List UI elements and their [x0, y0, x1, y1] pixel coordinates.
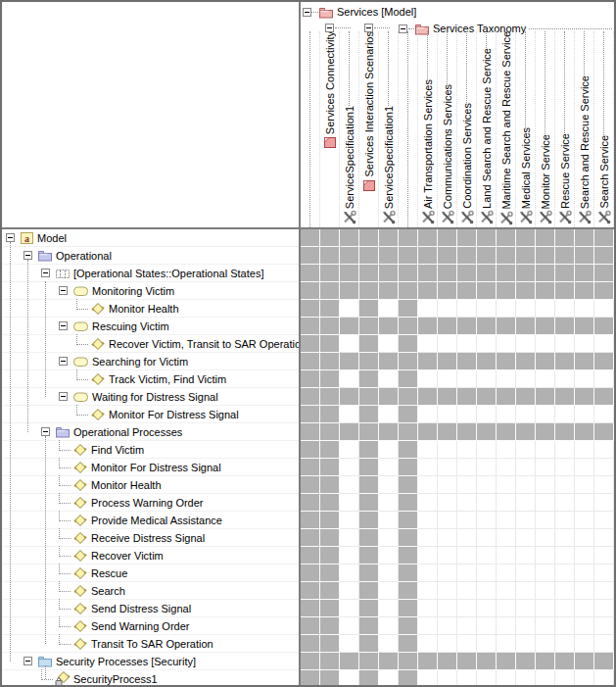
matrix-cell[interactable]	[575, 459, 594, 476]
matrix-cell[interactable]	[497, 265, 516, 282]
matrix-cell[interactable]	[418, 423, 438, 441]
matrix-cell[interactable]	[418, 529, 438, 547]
matrix-cell[interactable]	[457, 512, 477, 529]
matrix-cell[interactable]	[497, 476, 516, 494]
matrix-cell[interactable]	[516, 388, 536, 406]
matrix-cell[interactable]	[320, 512, 340, 529]
matrix-cell[interactable]	[477, 529, 497, 547]
matrix-cell[interactable]	[320, 441, 340, 459]
matrix-cell[interactable]	[457, 529, 477, 547]
matrix-cell[interactable]	[399, 529, 418, 547]
matrix-cell[interactable]	[379, 512, 399, 529]
matrix-cell[interactable]	[477, 670, 497, 687]
matrix-cell[interactable]	[301, 653, 320, 670]
matrix-cell[interactable]	[594, 653, 614, 670]
matrix-cell[interactable]	[418, 370, 438, 388]
matrix-cell[interactable]	[575, 300, 594, 318]
matrix-cell[interactable]	[516, 653, 536, 670]
matrix-cell[interactable]	[575, 635, 594, 653]
column-group-expander-icon[interactable]	[364, 24, 373, 32]
tree-row[interactable]: Monitor Health	[2, 476, 299, 494]
matrix-cell[interactable]	[594, 600, 614, 617]
matrix-cell[interactable]	[536, 335, 555, 353]
tree-row[interactable]: Operational Processes	[2, 423, 299, 441]
matrix-cell[interactable]	[516, 265, 536, 282]
matrix-cell[interactable]	[555, 335, 575, 353]
matrix-cell[interactable]	[438, 617, 457, 635]
matrix-cell[interactable]	[594, 406, 614, 423]
matrix-cell[interactable]	[457, 370, 477, 388]
matrix-cell[interactable]	[438, 247, 457, 265]
matrix-cell[interactable]	[516, 529, 536, 547]
matrix-cell[interactable]	[379, 582, 399, 600]
matrix-cell[interactable]	[379, 635, 399, 653]
matrix-cell[interactable]	[555, 635, 575, 653]
matrix-cell[interactable]	[555, 459, 575, 476]
matrix-cell[interactable]	[575, 318, 594, 335]
matrix-cell[interactable]	[457, 547, 477, 564]
matrix-cell[interactable]	[340, 512, 359, 529]
matrix-cell[interactable]	[320, 564, 340, 582]
matrix-cell[interactable]	[359, 318, 379, 335]
matrix-cell[interactable]	[301, 300, 320, 318]
matrix-cell[interactable]	[379, 370, 399, 388]
matrix-cell[interactable]	[555, 476, 575, 494]
matrix-cell[interactable]	[438, 229, 457, 247]
matrix-cell[interactable]	[379, 406, 399, 423]
matrix-cell[interactable]	[477, 247, 497, 265]
matrix-cell[interactable]	[379, 300, 399, 318]
matrix-cell[interactable]	[457, 582, 477, 600]
matrix-cell[interactable]	[575, 335, 594, 353]
matrix-cell[interactable]	[497, 512, 516, 529]
matrix-cell[interactable]	[340, 617, 359, 635]
matrix-cell[interactable]	[438, 547, 457, 564]
matrix-cell[interactable]	[594, 229, 614, 247]
matrix-cell[interactable]	[418, 635, 438, 653]
matrix-cell[interactable]	[359, 300, 379, 318]
matrix-cell[interactable]	[555, 388, 575, 406]
matrix-cell[interactable]	[418, 600, 438, 617]
matrix-cell[interactable]	[418, 617, 438, 635]
matrix-cell[interactable]	[457, 282, 477, 300]
matrix-cell[interactable]	[301, 547, 320, 564]
tree-expander-icon[interactable]	[41, 269, 50, 277]
matrix-cell[interactable]	[418, 653, 438, 670]
column-header-label[interactable]: ServiceSpecification1	[344, 106, 355, 209]
matrix-cell[interactable]	[536, 476, 555, 494]
matrix-cell[interactable]	[555, 547, 575, 564]
matrix-cell[interactable]	[536, 406, 555, 423]
matrix-cell[interactable]	[497, 564, 516, 582]
matrix-cell[interactable]	[594, 617, 614, 635]
matrix-cell[interactable]	[516, 353, 536, 370]
matrix-cell[interactable]	[555, 600, 575, 617]
matrix-cell[interactable]	[320, 547, 340, 564]
matrix-cell[interactable]	[438, 635, 457, 653]
matrix-cell[interactable]	[536, 582, 555, 600]
matrix-cell[interactable]	[516, 547, 536, 564]
matrix-cell[interactable]	[438, 282, 457, 300]
matrix-cell[interactable]	[340, 547, 359, 564]
matrix-cell[interactable]	[497, 459, 516, 476]
matrix-cell[interactable]	[477, 582, 497, 600]
matrix-cell[interactable]	[340, 670, 359, 687]
matrix-cell[interactable]	[457, 670, 477, 687]
matrix-cell[interactable]	[359, 600, 379, 617]
column-header-label[interactable]: Land Search and Rescue Service	[481, 48, 493, 209]
matrix-cell[interactable]	[516, 423, 536, 441]
matrix-cell[interactable]	[399, 265, 418, 282]
matrix-cell[interactable]	[399, 406, 418, 423]
matrix-cell[interactable]	[477, 265, 497, 282]
matrix-cell[interactable]	[340, 300, 359, 318]
tree-row[interactable]: Operational	[2, 247, 299, 265]
matrix-cell[interactable]	[457, 423, 477, 441]
matrix-cell[interactable]	[359, 335, 379, 353]
matrix-cell[interactable]	[497, 582, 516, 600]
matrix-cell[interactable]	[477, 282, 497, 300]
matrix-cell[interactable]	[320, 318, 340, 335]
matrix-cell[interactable]	[301, 564, 320, 582]
matrix-cell[interactable]	[516, 582, 536, 600]
matrix-cell[interactable]	[418, 547, 438, 564]
matrix-cell[interactable]	[516, 494, 536, 512]
matrix-cell[interactable]	[438, 653, 457, 670]
matrix-cell[interactable]	[477, 318, 497, 335]
